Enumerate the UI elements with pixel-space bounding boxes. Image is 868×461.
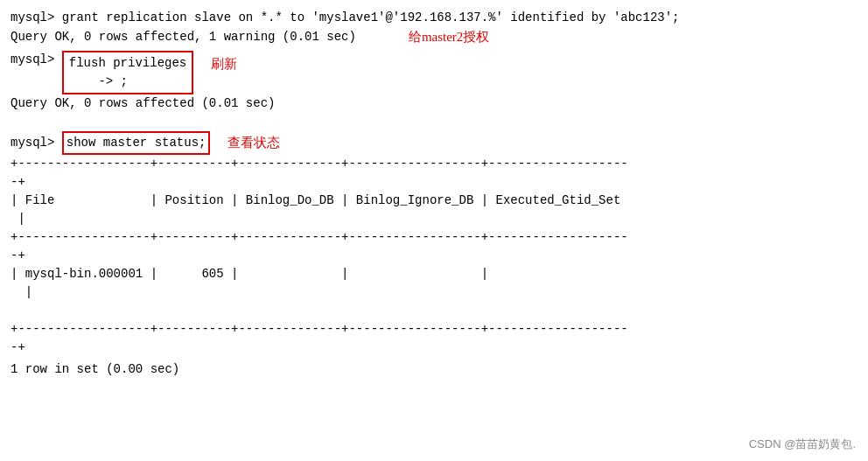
show-command-box: show master status; xyxy=(62,131,211,155)
table-sep-2b: -+ xyxy=(10,247,858,265)
table-sep-3b: -+ xyxy=(10,339,858,357)
table-sep-1b: -+ xyxy=(10,173,858,192)
table-header-b: | xyxy=(10,210,858,228)
table-sep-1: +------------------+----------+---------… xyxy=(10,155,858,173)
table-data-row-b: | xyxy=(10,283,858,302)
table-sep-2: +------------------+----------+---------… xyxy=(10,228,858,247)
table-sep-3: +------------------+----------+---------… xyxy=(10,320,858,339)
flush-prompt: mysql> xyxy=(10,51,62,69)
table-data-row: | mysql-bin.000001 | 605 | | | xyxy=(10,265,858,283)
blank-line xyxy=(10,113,858,131)
grant-command-line: mysql> grant replication slave on *.* to… xyxy=(10,9,858,27)
watermark: CSDN @苗苗奶黄包. xyxy=(749,436,856,453)
flush-cont: -> ; xyxy=(69,73,186,91)
table-header: | File | Position | Binlog_Do_DB | Binlo… xyxy=(10,192,858,210)
flush-cmd: flush privileges xyxy=(69,54,186,73)
show-prompt: mysql> xyxy=(10,134,62,152)
grant-result: Query OK, 0 rows affected, 1 warning (0.… xyxy=(10,28,356,46)
annotation-status: 查看状态 xyxy=(228,133,280,153)
flush-command-box: flush privileges -> ; xyxy=(62,51,193,94)
table-blank xyxy=(10,302,858,320)
flush-result: Query OK, 0 rows affected (0.01 sec) xyxy=(10,94,858,113)
annotation-refresh: 刷新 xyxy=(211,54,237,74)
row-count: 1 row in set (0.00 sec) xyxy=(10,360,858,379)
show-cmd: show master status; xyxy=(66,136,206,150)
annotation-master2: 给master2授权 xyxy=(409,27,489,47)
terminal: mysql> grant replication slave on *.* to… xyxy=(0,0,868,461)
